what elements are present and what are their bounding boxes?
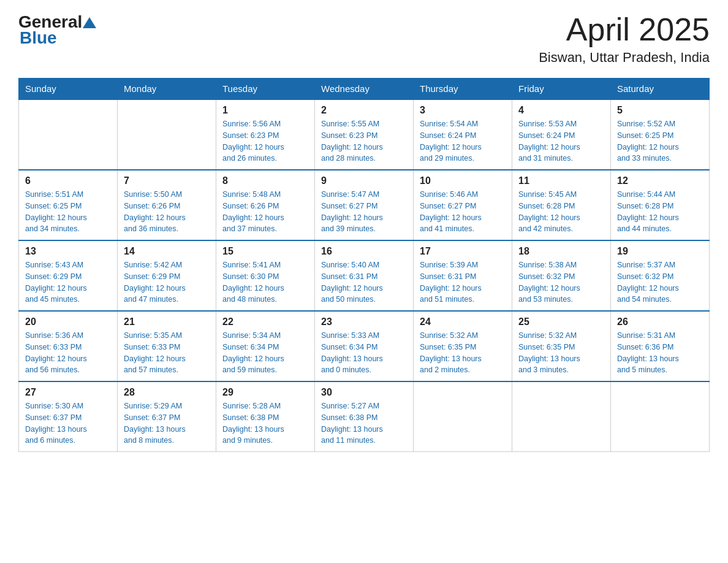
calendar-cell: 19Sunrise: 5:37 AM Sunset: 6:32 PM Dayli… — [611, 240, 710, 311]
day-info: Sunrise: 5:31 AM Sunset: 6:36 PM Dayligh… — [617, 330, 703, 376]
calendar-cell: 13Sunrise: 5:43 AM Sunset: 6:29 PM Dayli… — [19, 240, 118, 311]
day-info: Sunrise: 5:35 AM Sunset: 6:33 PM Dayligh… — [124, 330, 210, 376]
calendar-cell: 25Sunrise: 5:32 AM Sunset: 6:35 PM Dayli… — [512, 311, 611, 381]
day-info: Sunrise: 5:30 AM Sunset: 6:37 PM Dayligh… — [25, 400, 111, 446]
day-number: 30 — [321, 387, 407, 398]
calendar-cell: 24Sunrise: 5:32 AM Sunset: 6:35 PM Dayli… — [414, 311, 512, 381]
weekday-header-tuesday: Tuesday — [216, 79, 315, 100]
title-area: April 2025 Biswan, Uttar Pradesh, India — [539, 12, 710, 66]
day-number: 15 — [222, 246, 308, 257]
day-number: 19 — [617, 246, 703, 257]
weekday-header-thursday: Thursday — [414, 79, 512, 100]
weekday-header-monday: Monday — [118, 79, 216, 100]
day-number: 17 — [420, 246, 506, 257]
calendar-cell — [512, 381, 611, 452]
calendar-cell: 18Sunrise: 5:38 AM Sunset: 6:32 PM Dayli… — [512, 240, 611, 311]
day-info: Sunrise: 5:34 AM Sunset: 6:34 PM Dayligh… — [222, 330, 308, 376]
calendar-cell: 1Sunrise: 5:56 AM Sunset: 6:23 PM Daylig… — [216, 99, 315, 170]
day-info: Sunrise: 5:48 AM Sunset: 6:26 PM Dayligh… — [222, 189, 308, 235]
calendar-cell: 27Sunrise: 5:30 AM Sunset: 6:37 PM Dayli… — [19, 381, 118, 452]
calendar-cell — [19, 99, 118, 170]
calendar-cell: 20Sunrise: 5:36 AM Sunset: 6:33 PM Dayli… — [19, 311, 118, 381]
day-number: 13 — [25, 246, 111, 257]
calendar-cell: 17Sunrise: 5:39 AM Sunset: 6:31 PM Dayli… — [414, 240, 512, 311]
calendar-cell: 2Sunrise: 5:55 AM Sunset: 6:23 PM Daylig… — [315, 99, 414, 170]
calendar-cell: 23Sunrise: 5:33 AM Sunset: 6:34 PM Dayli… — [315, 311, 414, 381]
day-info: Sunrise: 5:37 AM Sunset: 6:32 PM Dayligh… — [617, 259, 703, 305]
day-info: Sunrise: 5:33 AM Sunset: 6:34 PM Dayligh… — [321, 330, 407, 376]
calendar-cell: 3Sunrise: 5:54 AM Sunset: 6:24 PM Daylig… — [414, 99, 512, 170]
day-info: Sunrise: 5:29 AM Sunset: 6:37 PM Dayligh… — [124, 400, 210, 446]
day-number: 6 — [25, 175, 111, 186]
calendar-cell: 22Sunrise: 5:34 AM Sunset: 6:34 PM Dayli… — [216, 311, 315, 381]
day-number: 23 — [321, 316, 407, 327]
logo-blue-text: Blue — [20, 28, 57, 47]
day-number: 21 — [124, 316, 210, 327]
day-info: Sunrise: 5:43 AM Sunset: 6:29 PM Dayligh… — [25, 259, 111, 305]
day-info: Sunrise: 5:46 AM Sunset: 6:27 PM Dayligh… — [420, 189, 506, 235]
day-number: 25 — [518, 316, 604, 327]
calendar-cell: 8Sunrise: 5:48 AM Sunset: 6:26 PM Daylig… — [216, 170, 315, 240]
calendar-cell: 30Sunrise: 5:27 AM Sunset: 6:38 PM Dayli… — [315, 381, 414, 452]
day-number: 7 — [124, 175, 210, 186]
day-number: 2 — [321, 105, 407, 116]
day-info: Sunrise: 5:50 AM Sunset: 6:26 PM Dayligh… — [124, 189, 210, 235]
weekday-header-sunday: Sunday — [19, 79, 118, 100]
week-row-1: 1Sunrise: 5:56 AM Sunset: 6:23 PM Daylig… — [19, 99, 710, 170]
calendar-cell: 9Sunrise: 5:47 AM Sunset: 6:27 PM Daylig… — [315, 170, 414, 240]
logo-area: General Blue — [18, 12, 97, 48]
calendar-cell: 7Sunrise: 5:50 AM Sunset: 6:26 PM Daylig… — [118, 170, 216, 240]
week-row-3: 13Sunrise: 5:43 AM Sunset: 6:29 PM Dayli… — [19, 240, 710, 311]
month-title: April 2025 — [539, 12, 710, 47]
logo-flag-icon — [83, 16, 96, 29]
svg-marker-0 — [83, 17, 96, 28]
day-info: Sunrise: 5:40 AM Sunset: 6:31 PM Dayligh… — [321, 259, 407, 305]
day-number: 9 — [321, 175, 407, 186]
day-info: Sunrise: 5:42 AM Sunset: 6:29 PM Dayligh… — [124, 259, 210, 305]
day-info: Sunrise: 5:44 AM Sunset: 6:28 PM Dayligh… — [617, 189, 703, 235]
calendar-cell — [611, 381, 710, 452]
calendar-cell — [414, 381, 512, 452]
calendar-cell: 11Sunrise: 5:45 AM Sunset: 6:28 PM Dayli… — [512, 170, 611, 240]
day-number: 29 — [222, 387, 308, 398]
day-number: 10 — [420, 175, 506, 186]
day-number: 12 — [617, 175, 703, 186]
day-info: Sunrise: 5:52 AM Sunset: 6:25 PM Dayligh… — [617, 118, 703, 164]
day-number: 20 — [25, 316, 111, 327]
calendar-cell: 15Sunrise: 5:41 AM Sunset: 6:30 PM Dayli… — [216, 240, 315, 311]
week-row-4: 20Sunrise: 5:36 AM Sunset: 6:33 PM Dayli… — [19, 311, 710, 381]
day-info: Sunrise: 5:27 AM Sunset: 6:38 PM Dayligh… — [321, 400, 407, 446]
calendar-cell: 10Sunrise: 5:46 AM Sunset: 6:27 PM Dayli… — [414, 170, 512, 240]
day-info: Sunrise: 5:38 AM Sunset: 6:32 PM Dayligh… — [518, 259, 604, 305]
day-number: 28 — [124, 387, 210, 398]
day-info: Sunrise: 5:53 AM Sunset: 6:24 PM Dayligh… — [518, 118, 604, 164]
day-info: Sunrise: 5:28 AM Sunset: 6:38 PM Dayligh… — [222, 400, 308, 446]
day-info: Sunrise: 5:32 AM Sunset: 6:35 PM Dayligh… — [518, 330, 604, 376]
calendar-cell: 28Sunrise: 5:29 AM Sunset: 6:37 PM Dayli… — [118, 381, 216, 452]
calendar-cell: 4Sunrise: 5:53 AM Sunset: 6:24 PM Daylig… — [512, 99, 611, 170]
day-info: Sunrise: 5:45 AM Sunset: 6:28 PM Dayligh… — [518, 189, 604, 235]
day-info: Sunrise: 5:51 AM Sunset: 6:25 PM Dayligh… — [25, 189, 111, 235]
calendar-cell: 5Sunrise: 5:52 AM Sunset: 6:25 PM Daylig… — [611, 99, 710, 170]
calendar-cell: 29Sunrise: 5:28 AM Sunset: 6:38 PM Dayli… — [216, 381, 315, 452]
calendar-table: SundayMondayTuesdayWednesdayThursdayFrid… — [18, 78, 710, 452]
calendar-cell: 21Sunrise: 5:35 AM Sunset: 6:33 PM Dayli… — [118, 311, 216, 381]
day-number: 11 — [518, 175, 604, 186]
header: General Blue April 2025 Biswan, Uttar Pr… — [18, 12, 710, 66]
day-number: 8 — [222, 175, 308, 186]
day-number: 4 — [518, 105, 604, 116]
day-number: 27 — [25, 387, 111, 398]
calendar-cell — [118, 99, 216, 170]
week-row-5: 27Sunrise: 5:30 AM Sunset: 6:37 PM Dayli… — [19, 381, 710, 452]
weekday-header-saturday: Saturday — [611, 79, 710, 100]
day-info: Sunrise: 5:32 AM Sunset: 6:35 PM Dayligh… — [420, 330, 506, 376]
day-number: 24 — [420, 316, 506, 327]
day-info: Sunrise: 5:41 AM Sunset: 6:30 PM Dayligh… — [222, 259, 308, 305]
weekday-header-wednesday: Wednesday — [315, 79, 414, 100]
day-number: 18 — [518, 246, 604, 257]
day-number: 26 — [617, 316, 703, 327]
calendar-cell: 12Sunrise: 5:44 AM Sunset: 6:28 PM Dayli… — [611, 170, 710, 240]
day-number: 14 — [124, 246, 210, 257]
weekday-header-row: SundayMondayTuesdayWednesdayThursdayFrid… — [19, 79, 710, 100]
day-number: 3 — [420, 105, 506, 116]
